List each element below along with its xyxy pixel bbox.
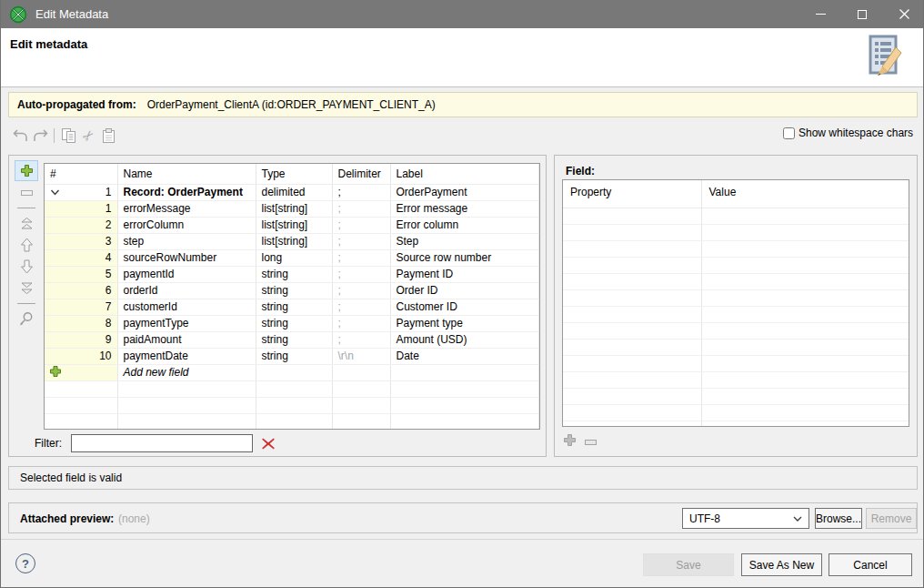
- field-type-cell[interactable]: string: [256, 282, 332, 299]
- cancel-button[interactable]: Cancel: [829, 553, 912, 576]
- remove-preview-button[interactable]: Remove: [866, 508, 917, 529]
- field-delimiter-cell[interactable]: ;: [332, 266, 390, 282]
- minimize-button[interactable]: [799, 0, 841, 28]
- move-bottom-button[interactable]: [15, 278, 38, 299]
- field-row-sourceRowNumber[interactable]: 4sourceRowNumberlong;Source row number: [45, 249, 539, 266]
- add-field-button[interactable]: [15, 160, 38, 181]
- move-down-button[interactable]: [15, 256, 38, 277]
- field-num-cell[interactable]: 4: [45, 249, 117, 266]
- field-row-errorColumn[interactable]: 2errorColumnlist[string];Error column: [45, 217, 539, 233]
- field-type-cell[interactable]: list[string]: [256, 200, 332, 217]
- add-new-field-row[interactable]: Add new field: [45, 364, 539, 380]
- field-name-cell[interactable]: errorColumn: [117, 217, 256, 233]
- field-name-cell[interactable]: customerId: [117, 299, 256, 315]
- cut-button[interactable]: ✂: [78, 126, 98, 146]
- field-name-cell[interactable]: step: [117, 233, 256, 249]
- field-num-cell[interactable]: 2: [45, 217, 117, 233]
- field-row-paymentId[interactable]: 5paymentIdstring;Payment ID: [45, 266, 539, 282]
- field-num-cell[interactable]: 9: [45, 331, 117, 348]
- field-name-cell[interactable]: paymentType: [117, 315, 256, 331]
- field-label-cell[interactable]: Payment ID: [390, 266, 539, 282]
- add-field-num-cell[interactable]: [45, 364, 117, 380]
- record-row[interactable]: 1Record: OrderPaymentdelimited;OrderPaym…: [45, 184, 539, 200]
- field-name-cell[interactable]: paymentDate: [117, 348, 256, 364]
- field-name-cell[interactable]: sourceRowNumber: [117, 249, 256, 266]
- field-type-cell[interactable]: string: [256, 299, 332, 315]
- field-row-errorMessage[interactable]: 1errorMessagelist[string];Error message: [45, 200, 539, 217]
- field-name-cell[interactable]: paymentId: [117, 266, 256, 282]
- field-row-paymentType[interactable]: 8paymentTypestring;Payment type: [45, 315, 539, 331]
- field-label-cell[interactable]: Customer ID: [390, 299, 539, 315]
- clear-filter-button[interactable]: [262, 438, 275, 450]
- remove-property-button[interactable]: [585, 435, 597, 448]
- move-up-button[interactable]: [15, 234, 38, 255]
- show-whitespace-input[interactable]: [783, 127, 795, 139]
- field-num-cell[interactable]: 8: [45, 315, 117, 331]
- field-delimiter-cell[interactable]: ;: [332, 233, 390, 249]
- field-num-cell[interactable]: 1: [45, 200, 117, 217]
- field-row-customerId[interactable]: 7customerIdstring;Customer ID: [45, 299, 539, 315]
- copy-button[interactable]: [58, 126, 78, 146]
- close-button[interactable]: [883, 0, 924, 28]
- field-row-orderId[interactable]: 6orderIdstring;Order ID: [45, 282, 539, 299]
- field-type-cell[interactable]: list[string]: [256, 217, 332, 233]
- field-num-cell[interactable]: 5: [45, 266, 117, 282]
- field-label-cell[interactable]: Step: [390, 233, 539, 249]
- field-delimiter-cell[interactable]: ;: [332, 217, 390, 233]
- field-row-paymentDate[interactable]: 10paymentDatestring\r\nDate: [45, 348, 539, 364]
- add-new-field-label[interactable]: Add new field: [117, 364, 256, 380]
- field-name-cell[interactable]: orderId: [117, 282, 256, 299]
- titlebar[interactable]: Edit Metadata: [1, 0, 924, 28]
- field-delimiter-cell[interactable]: ;: [332, 331, 390, 348]
- add-property-button[interactable]: [564, 434, 576, 449]
- field-num-cell[interactable]: 7: [45, 299, 117, 315]
- field-type-cell[interactable]: string: [256, 315, 332, 331]
- collapse-chevron-icon[interactable]: [50, 186, 60, 198]
- field-label-cell[interactable]: Error column: [390, 217, 539, 233]
- record-type-cell[interactable]: delimited: [256, 184, 332, 200]
- show-whitespace-checkbox[interactable]: Show whitespace chars: [783, 127, 913, 139]
- add-new-field-row-cell[interactable]: [332, 364, 390, 380]
- save-button[interactable]: Save: [643, 553, 734, 576]
- field-type-cell[interactable]: string: [256, 266, 332, 282]
- record-name-cell[interactable]: Record: OrderPayment: [117, 184, 256, 200]
- save-as-new-button[interactable]: Save As New: [741, 553, 822, 576]
- field-delimiter-cell[interactable]: ;: [332, 200, 390, 217]
- field-type-cell[interactable]: long: [256, 249, 332, 266]
- add-new-field-row-cell[interactable]: [256, 364, 332, 380]
- field-type-cell[interactable]: list[string]: [256, 233, 332, 249]
- field-label-cell[interactable]: Amount (USD): [390, 331, 539, 348]
- field-label-cell[interactable]: Error message: [390, 200, 539, 217]
- field-row-step[interactable]: 3steplist[string];Step: [45, 233, 539, 249]
- add-new-field-row-cell[interactable]: [390, 364, 539, 380]
- field-delimiter-cell[interactable]: ;: [332, 282, 390, 299]
- record-num-cell[interactable]: 1: [45, 184, 117, 200]
- field-delimiter-cell[interactable]: ;: [332, 249, 390, 266]
- field-label-cell[interactable]: Source row number: [390, 249, 539, 266]
- browse-button[interactable]: Browse...: [815, 508, 862, 529]
- field-delimiter-cell[interactable]: \r\n: [332, 348, 390, 364]
- field-num-cell[interactable]: 3: [45, 233, 117, 249]
- filter-input[interactable]: [71, 434, 253, 452]
- field-row-paidAmount[interactable]: 9paidAmountstring;Amount (USD): [45, 331, 539, 348]
- redo-button[interactable]: [30, 126, 50, 146]
- field-name-cell[interactable]: paidAmount: [117, 331, 256, 348]
- paste-button[interactable]: [98, 126, 118, 146]
- field-name-cell[interactable]: errorMessage: [117, 200, 256, 217]
- move-top-button[interactable]: [15, 212, 38, 233]
- help-icon[interactable]: [15, 553, 35, 573]
- undo-button[interactable]: [10, 126, 30, 146]
- field-type-cell[interactable]: string: [256, 331, 332, 348]
- field-label-cell[interactable]: Date: [390, 348, 539, 364]
- maximize-button[interactable]: [841, 0, 883, 28]
- field-label-cell[interactable]: Order ID: [390, 282, 539, 299]
- field-type-cell[interactable]: string: [256, 348, 332, 364]
- field-label-cell[interactable]: Payment type: [390, 315, 539, 331]
- find-button[interactable]: [15, 308, 38, 329]
- record-label-cell[interactable]: OrderPayment: [390, 184, 539, 200]
- remove-field-button[interactable]: [15, 182, 38, 203]
- encoding-select[interactable]: UTF-8: [682, 508, 809, 529]
- field-num-cell[interactable]: 10: [45, 348, 117, 364]
- record-delimiter-cell[interactable]: ;: [332, 184, 390, 200]
- field-num-cell[interactable]: 6: [45, 282, 117, 299]
